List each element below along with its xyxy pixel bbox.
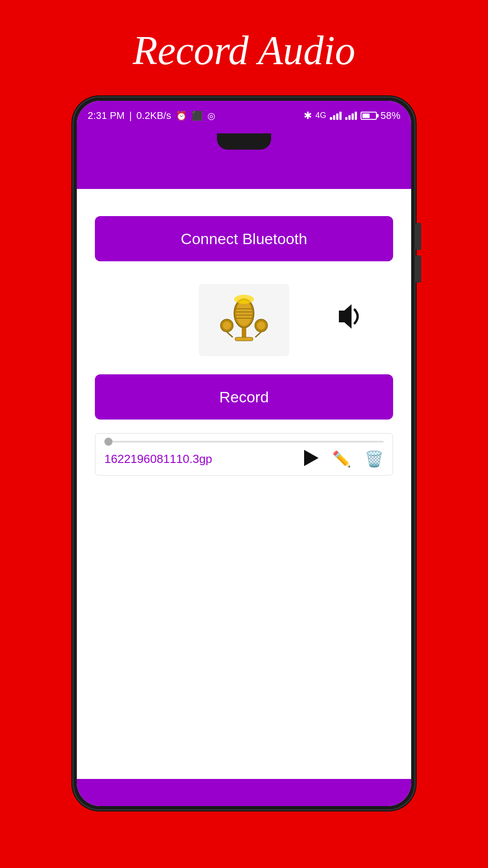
network-speed: | xyxy=(129,110,132,122)
edit-button[interactable]: ✏️ xyxy=(332,450,351,468)
recording-controls: 1622196081110.3gp ✏️ 🗑️ xyxy=(104,450,384,468)
svg-line-13 xyxy=(255,332,261,337)
clock-icon: ⏰ xyxy=(176,110,187,121)
delete-button[interactable]: 🗑️ xyxy=(365,450,384,468)
svg-line-12 xyxy=(227,332,233,337)
bar4 xyxy=(339,112,342,120)
recording-filename: 1622196081110.3gp xyxy=(104,452,212,466)
speaker-icon[interactable] xyxy=(334,301,366,340)
record-button[interactable]: Record xyxy=(95,374,393,420)
network-speed-value: 0.2KB/s xyxy=(136,110,171,122)
volume-up-button[interactable] xyxy=(416,223,421,250)
svg-rect-7 xyxy=(235,337,253,341)
page-title: Record Audio xyxy=(133,27,355,74)
bar1b xyxy=(345,117,347,120)
microphone-svg xyxy=(208,288,280,352)
signal-4g: 4G xyxy=(315,111,326,120)
control-icons: ✏️ 🗑️ xyxy=(304,450,384,468)
progress-dot xyxy=(104,438,113,446)
bar4b xyxy=(355,112,357,120)
battery-fill xyxy=(362,113,370,118)
svg-point-11 xyxy=(257,321,265,330)
bluetooth-icon: ✱ xyxy=(304,110,312,122)
vpn-icon: ◎ xyxy=(207,110,215,121)
speaker-svg xyxy=(334,301,366,332)
bar3b xyxy=(352,113,354,120)
app-bar xyxy=(77,153,411,189)
status-left: 2:31 PM | 0.2KB/s ⏰ ⬛ ◎ xyxy=(88,110,215,122)
volume-buttons xyxy=(416,223,421,283)
battery-icon xyxy=(361,112,377,120)
bottom-bar xyxy=(77,779,411,806)
usb-icon: ⬛ xyxy=(192,110,203,121)
progress-bar[interactable] xyxy=(104,441,384,443)
signal-bars-1 xyxy=(330,112,342,120)
bar1 xyxy=(330,117,332,120)
svg-rect-6 xyxy=(242,328,246,338)
microphone-image xyxy=(199,284,289,356)
mic-area xyxy=(95,284,393,356)
svg-marker-15 xyxy=(339,304,352,329)
signal-bars-2 xyxy=(345,112,357,120)
connect-bluetooth-button[interactable]: Connect Bluetooth xyxy=(95,216,393,261)
recording-item: 1622196081110.3gp ✏️ 🗑️ xyxy=(95,433,393,476)
play-icon xyxy=(304,450,319,466)
svg-point-1 xyxy=(236,301,252,326)
time: 2:31 PM xyxy=(88,110,125,122)
play-button[interactable] xyxy=(304,450,319,468)
content-area: Connect Bluetooth xyxy=(77,189,411,779)
phone-screen: 2:31 PM | 0.2KB/s ⏰ ⬛ ◎ ✱ 4G xyxy=(77,101,411,806)
battery-percent: 58% xyxy=(380,110,400,122)
bar2 xyxy=(333,115,335,120)
status-right: ✱ 4G xyxy=(304,110,400,122)
volume-down-button[interactable] xyxy=(416,255,421,283)
notch-bar xyxy=(77,130,411,153)
bar3 xyxy=(336,113,338,120)
battery-body xyxy=(361,112,377,120)
notch xyxy=(217,133,271,150)
svg-point-14 xyxy=(234,295,254,304)
bar2b xyxy=(348,115,351,120)
status-bar: 2:31 PM | 0.2KB/s ⏰ ⬛ ◎ ✱ 4G xyxy=(77,101,411,130)
phone-frame: 2:31 PM | 0.2KB/s ⏰ ⬛ ◎ ✱ 4G xyxy=(72,96,416,811)
svg-point-9 xyxy=(223,321,231,330)
